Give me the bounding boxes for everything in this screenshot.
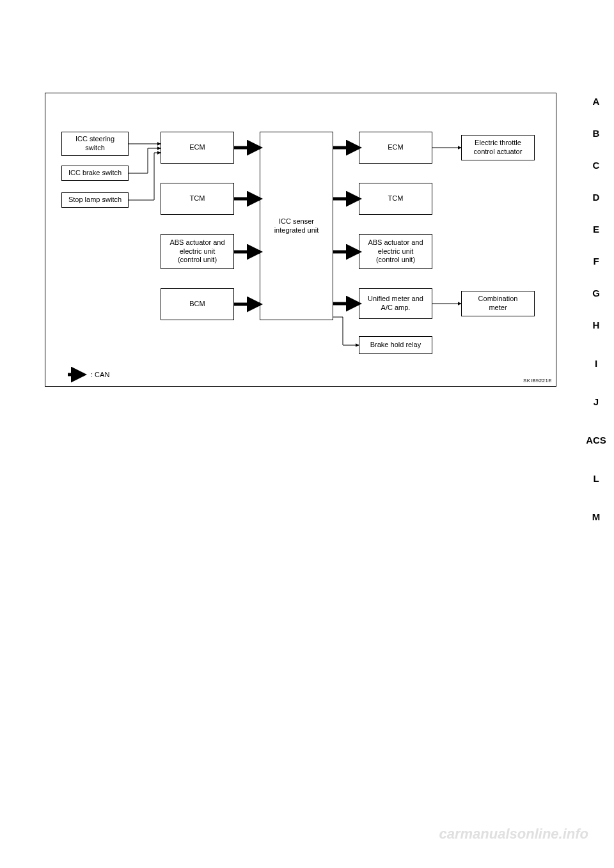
section-b: B [585, 128, 608, 139]
legend-can: : CAN [68, 371, 109, 378]
section-e: E [585, 224, 608, 235]
box-brake-hold-relay: Brake hold relay [359, 336, 432, 354]
box-tcm-out: TCM [359, 183, 432, 215]
box-combination-meter: Combination meter [461, 291, 535, 316]
box-tcm-in: TCM [161, 183, 234, 215]
system-diagram-frame: ICC steering switch ICC brake switch Sto… [45, 93, 556, 387]
section-f: F [585, 256, 608, 267]
watermark: carmanualsonline.info [439, 826, 589, 842]
section-m: M [585, 511, 608, 522]
box-ecm-in: ECM [161, 132, 234, 164]
section-g: G [585, 288, 608, 298]
section-d: D [585, 192, 608, 203]
box-electric-throttle-control-actuator: Electric throttle control actuator [461, 135, 535, 160]
box-abs-out: ABS actuator and electric unit (control … [359, 234, 432, 269]
diagram-code: SKIB9221E [523, 378, 552, 384]
section-l: L [585, 473, 608, 484]
box-ecm-out: ECM [359, 132, 432, 164]
section-h: H [585, 320, 608, 330]
box-bcm-in: BCM [161, 288, 234, 320]
section-c: C [585, 160, 608, 171]
section-acs: ACS [585, 435, 608, 446]
section-j: J [585, 396, 608, 407]
box-icc-brake-switch: ICC brake switch [61, 166, 129, 181]
box-unified-meter-ac-amp: Unified meter and A/C amp. [359, 288, 432, 319]
box-icc-sensor-integrated-unit: ICC senser integrated unit [260, 132, 333, 320]
section-a: A [585, 96, 608, 107]
section-index-sidebar: A B C D E F G H I J ACS L M [582, 0, 614, 639]
section-i: I [585, 358, 608, 369]
box-stop-lamp-switch: Stop lamp switch [61, 192, 129, 208]
box-icc-steering-switch: ICC steering switch [61, 132, 129, 156]
box-abs-in: ABS actuator and electric unit (control … [161, 234, 234, 269]
legend-can-label: : CAN [91, 371, 109, 378]
